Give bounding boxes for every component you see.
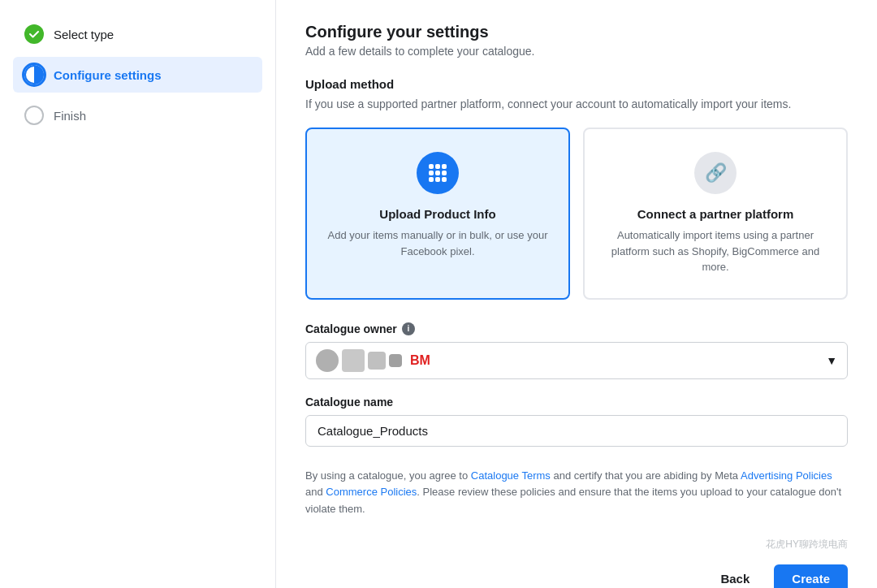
watermark: 花虎HY聊跨境电商 bbox=[305, 538, 848, 551]
sidebar-item-configure-settings[interactable]: Configure settings bbox=[13, 57, 262, 93]
upload-method-title: Upload method bbox=[305, 77, 848, 91]
avatar-2 bbox=[342, 349, 365, 372]
card-upload-product-info[interactable]: Upload Product Info Add your items manua… bbox=[305, 128, 570, 300]
upload-method-desc: If you use a supported partner platform,… bbox=[305, 96, 848, 113]
terms-text: By using a catalogue, you agree to Catal… bbox=[305, 468, 848, 518]
page-subtitle: Add a few details to complete your catal… bbox=[305, 45, 848, 58]
connect-partner-icon-circle: 🔗 bbox=[694, 152, 737, 194]
sidebar: Select type Configure settings Finish bbox=[0, 0, 276, 588]
step-icon-current bbox=[24, 65, 44, 84]
create-button[interactable]: Create bbox=[774, 564, 848, 588]
card-upload-product-info-desc: Add your items manually or in bulk, or u… bbox=[323, 227, 552, 259]
sidebar-item-finish[interactable]: Finish bbox=[13, 97, 262, 133]
avatar-4 bbox=[389, 354, 402, 367]
card-connect-partner-desc: Automatically import items using a partn… bbox=[601, 227, 830, 275]
back-button[interactable]: Back bbox=[706, 565, 764, 588]
avatar-3 bbox=[368, 352, 386, 370]
grid-icon bbox=[429, 164, 447, 182]
footer-row: Back Create bbox=[305, 564, 848, 588]
catalogue-owner-label: Catalogue owner i bbox=[305, 322, 848, 335]
card-connect-partner-title: Connect a partner platform bbox=[637, 207, 794, 221]
commerce-policies-link[interactable]: Commerce Policies bbox=[326, 486, 417, 498]
upload-product-info-icon-circle bbox=[417, 152, 459, 194]
catalogue-owner-dropdown[interactable]: BM ▼ bbox=[305, 342, 848, 379]
step-icon-done bbox=[24, 24, 44, 44]
advertising-policies-link[interactable]: Advertising Policies bbox=[741, 469, 832, 482]
bm-label: BM bbox=[410, 353, 826, 368]
step-label-select-type: Select type bbox=[54, 28, 114, 41]
catalogue-name-label: Catalogue name bbox=[305, 396, 848, 409]
card-connect-partner[interactable]: 🔗 Connect a partner platform Automatical… bbox=[583, 128, 848, 300]
step-label-finish: Finish bbox=[54, 109, 86, 123]
avatar-1 bbox=[316, 349, 339, 372]
sidebar-item-select-type[interactable]: Select type bbox=[13, 16, 262, 52]
main-content: Configure your settings Add a few detail… bbox=[276, 0, 877, 588]
catalogue-name-section: Catalogue name bbox=[305, 396, 848, 463]
catalogue-owner-section: Catalogue owner i BM ▼ bbox=[305, 322, 848, 379]
upload-method-cards: Upload Product Info Add your items manua… bbox=[305, 128, 848, 300]
link-icon: 🔗 bbox=[705, 162, 727, 184]
card-upload-product-info-title: Upload Product Info bbox=[379, 207, 495, 221]
page-title: Configure your settings bbox=[305, 23, 848, 41]
dropdown-arrow-icon[interactable]: ▼ bbox=[826, 354, 837, 367]
step-icon-pending bbox=[24, 106, 44, 125]
catalogue-name-input[interactable] bbox=[305, 415, 848, 447]
catalogue-terms-link[interactable]: Catalogue Terms bbox=[471, 469, 551, 482]
step-label-configure-settings: Configure settings bbox=[54, 68, 162, 82]
avatar-group bbox=[316, 349, 402, 372]
catalogue-owner-info-icon[interactable]: i bbox=[402, 322, 415, 335]
